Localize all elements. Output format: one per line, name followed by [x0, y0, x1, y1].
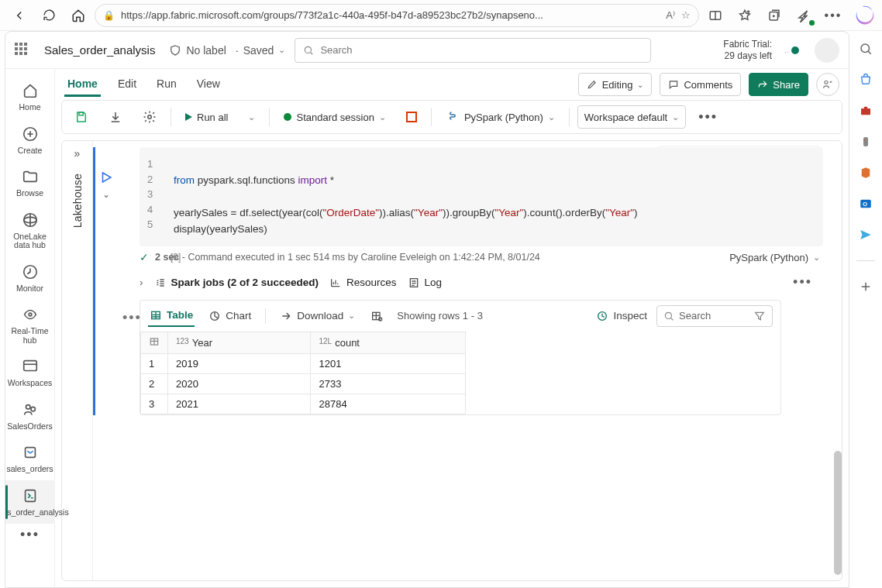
collapse-cell-icon[interactable]: ⌄: [102, 189, 110, 200]
notebook-canvas[interactable]: M↓ ••• ⌄ 12345fr: [93, 141, 842, 580]
account-avatar[interactable]: [815, 38, 839, 63]
browser-back-button[interactable]: [6, 4, 33, 27]
output-download-button[interactable]: Download ⌄: [278, 306, 357, 326]
environment-button[interactable]: Workspace default ⌄: [577, 105, 686, 129]
spark-jobs-tab[interactable]: Spark jobs (2 of 2 succeeded): [154, 277, 319, 289]
session-button[interactable]: Standard session ⌄: [277, 105, 391, 129]
output-table-tab[interactable]: Table: [148, 305, 195, 327]
more-icon[interactable]: •••: [820, 4, 846, 27]
output-more-icon[interactable]: •••: [793, 274, 822, 291]
nav-monitor[interactable]: Monitor: [5, 256, 55, 300]
tools-pane-icon[interactable]: [857, 102, 874, 119]
output-toolbar: Table Chart Download ⌄: [140, 301, 780, 332]
chevron-down-icon[interactable]: ⌄: [278, 45, 285, 55]
output-expand-icon[interactable]: •••: [122, 310, 142, 326]
toolbar-more[interactable]: •••: [694, 109, 722, 126]
run-cell-button[interactable]: [99, 170, 113, 184]
search-icon: [303, 45, 314, 56]
spark-jobs-label: Spark jobs (2 of 2 succeeded): [171, 277, 319, 288]
divider: [171, 108, 171, 126]
nav-home[interactable]: Home: [5, 75, 55, 119]
filter-icon[interactable]: [753, 310, 766, 322]
nav-notebook-label: Sales_order_analysis: [5, 508, 69, 518]
column-header-year[interactable]: 123Year: [168, 332, 311, 354]
m365-pane-icon[interactable]: [857, 164, 874, 181]
nav-browse[interactable]: Browse: [5, 161, 55, 205]
svg-point-31: [665, 312, 671, 318]
nav-more[interactable]: •••: [20, 527, 40, 543]
cell: 1201: [311, 354, 466, 374]
outlook-pane-icon[interactable]: O: [857, 195, 874, 212]
tab-home[interactable]: Home: [64, 73, 101, 97]
performance-icon[interactable]: [791, 4, 817, 27]
global-search-input[interactable]: Search: [295, 38, 651, 63]
nav-notebook-item[interactable]: Sales_order_analysis: [5, 480, 55, 524]
favorites-icon[interactable]: [732, 4, 758, 27]
notebook-name[interactable]: Sales_order_analysis: [40, 40, 160, 60]
shopping-pane-icon[interactable]: [857, 71, 874, 88]
row-index-header[interactable]: [141, 332, 168, 354]
copilot-icon[interactable]: [854, 5, 876, 26]
sensitivity-label[interactable]: No label: [169, 44, 226, 57]
stop-button[interactable]: [400, 105, 423, 129]
inspect-button[interactable]: Inspect: [594, 306, 649, 326]
table-row[interactable]: 3202128784: [141, 394, 466, 414]
copilot-sidebar-button[interactable]: [816, 73, 839, 96]
download-button[interactable]: [102, 105, 129, 129]
table-row[interactable]: 120191201: [141, 354, 466, 374]
chevron-down-icon: ⌄: [813, 253, 820, 263]
address-bar[interactable]: 🔒 https://app.fabric.microsoft.com/group…: [95, 4, 699, 27]
lakehouse-rail-label[interactable]: Lakehouse: [71, 174, 84, 228]
settings-button[interactable]: [136, 105, 163, 129]
environment-label: Workspace default: [584, 112, 667, 123]
tab-view[interactable]: View: [194, 73, 223, 96]
col-name: Year: [192, 337, 212, 349]
browser-home-button[interactable]: [65, 4, 91, 27]
collections-icon[interactable]: [761, 4, 787, 27]
run-all-dropdown[interactable]: ⌄: [242, 105, 261, 129]
search-pane-icon[interactable]: [857, 40, 874, 57]
trial-indicator-icon[interactable]: ..: [784, 46, 799, 54]
nav-create[interactable]: Create: [5, 119, 55, 162]
run-all-button[interactable]: Run all: [179, 105, 234, 129]
code-cell: M↓ ••• ⌄ 12345fr: [93, 147, 829, 415]
svg-point-9: [305, 46, 312, 53]
save-button[interactable]: [68, 105, 95, 129]
editing-mode-button[interactable]: Editing ⌄: [578, 73, 653, 96]
output-refresh-button[interactable]: [369, 306, 384, 326]
cell-output-table: Table Chart Download ⌄: [140, 300, 781, 415]
expand-jobs-icon[interactable]: ›: [140, 277, 143, 288]
share-button[interactable]: Share: [749, 73, 808, 96]
game-pane-icon[interactable]: [857, 133, 874, 150]
folder-icon: [21, 167, 40, 186]
table-row[interactable]: 220202733: [141, 374, 466, 394]
browser-refresh-button[interactable]: [36, 4, 62, 27]
expand-rail-icon[interactable]: »: [74, 147, 81, 160]
read-aloud-icon[interactable]: A⁾: [666, 9, 675, 21]
tab-edit[interactable]: Edit: [115, 73, 140, 96]
output-chart-tab[interactable]: Chart: [207, 306, 253, 326]
scrollbar[interactable]: [834, 451, 842, 575]
comments-button[interactable]: Comments: [660, 73, 741, 96]
code-editor[interactable]: 12345from pyspark.sql.functions import *…: [140, 147, 823, 246]
nav-workspaces[interactable]: Workspaces: [5, 351, 55, 394]
split-screen-icon[interactable]: [702, 4, 729, 27]
nav-onelake[interactable]: OneLake data hub: [5, 205, 55, 256]
nav-salesorders-lh[interactable]: sales_orders: [5, 437, 55, 480]
add-pane-icon[interactable]: [857, 278, 874, 295]
send-pane-icon[interactable]: [857, 226, 874, 243]
tab-run[interactable]: Run: [153, 73, 180, 96]
language-button[interactable]: PySpark (Python) ⌄: [439, 105, 561, 129]
favorite-icon[interactable]: ☆: [681, 9, 691, 21]
nav-create-label: Create: [18, 146, 43, 156]
resources-tab[interactable]: Resources: [329, 277, 397, 289]
nav-salesorders-ws[interactable]: SalesOrders: [5, 394, 55, 438]
trial-status: Fabric Trial: 29 days left: [723, 39, 772, 61]
output-search-input[interactable]: Search: [656, 305, 773, 327]
pencil-icon: [587, 79, 598, 90]
log-tab[interactable]: Log: [408, 277, 443, 289]
cell-language-tag[interactable]: PySpark (Python) ⌄: [729, 252, 829, 263]
app-launcher-icon[interactable]: [15, 43, 30, 58]
nav-realtime[interactable]: Real-Time hub: [5, 299, 55, 351]
column-header-count[interactable]: 12Lcount: [311, 332, 466, 354]
